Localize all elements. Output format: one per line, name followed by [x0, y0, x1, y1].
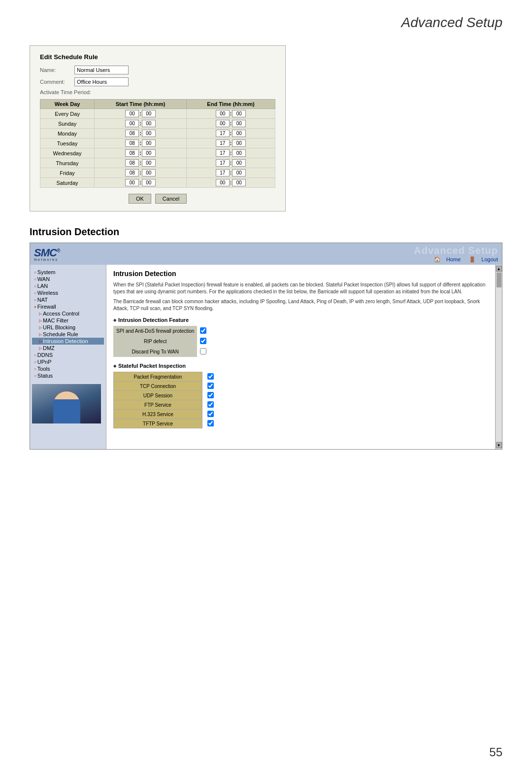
- end-min-input[interactable]: [232, 130, 246, 137]
- end-time-cell[interactable]: :: [187, 139, 275, 148]
- sidebar-item-wireless[interactable]: ○ Wireless: [32, 289, 104, 296]
- spi-checkbox[interactable]: [207, 383, 214, 389]
- start-time-cell[interactable]: :: [95, 119, 187, 129]
- end-hour-input[interactable]: [216, 179, 230, 186]
- start-time-cell[interactable]: :: [95, 109, 187, 119]
- nav-home-link[interactable]: Home: [446, 256, 461, 262]
- sidebar-item-status[interactable]: ○ Status: [32, 372, 104, 379]
- feature-checkbox[interactable]: [200, 338, 206, 344]
- start-hour-input[interactable]: [125, 120, 139, 127]
- nav-logout-link[interactable]: Logout: [481, 256, 498, 262]
- spi-checkbox[interactable]: [207, 373, 214, 380]
- start-hour-input[interactable]: [125, 179, 139, 186]
- start-min-input[interactable]: [142, 140, 156, 147]
- schedule-table: Week Day Start Time (hh:mm) End Time (hh…: [40, 99, 275, 188]
- start-hour-input[interactable]: [125, 149, 139, 157]
- end-time-cell[interactable]: :: [187, 158, 275, 168]
- sidebar-item-system[interactable]: ○ System: [32, 269, 104, 276]
- end-min-input[interactable]: [232, 179, 246, 186]
- sidebar-item-mac-filter[interactable]: ▷ MAC Filter: [32, 317, 104, 324]
- sidebar-item-ddns[interactable]: ○ DDNS: [32, 352, 104, 358]
- start-min-input[interactable]: [142, 179, 156, 186]
- start-hour-input[interactable]: [125, 140, 139, 147]
- end-time-cell[interactable]: :: [187, 119, 275, 129]
- end-time-cell[interactable]: :: [187, 178, 275, 188]
- sidebar-item-schedule-rule[interactable]: ▷ Schedule Rule: [32, 331, 104, 338]
- feature-check[interactable]: [197, 336, 209, 347]
- end-min-input[interactable]: [232, 140, 246, 147]
- sidebar-item-dmz[interactable]: ▷ DMZ: [32, 345, 104, 352]
- feature-check[interactable]: [197, 347, 209, 357]
- start-hour-input[interactable]: [125, 159, 139, 167]
- spi-check[interactable]: [202, 410, 219, 419]
- scroll-down-btn[interactable]: ▼: [496, 442, 502, 448]
- end-time-cell[interactable]: :: [187, 129, 275, 139]
- sidebar-item-tools[interactable]: ○ Tools: [32, 365, 104, 372]
- scroll-thumb[interactable]: [497, 273, 501, 287]
- end-hour-input[interactable]: [216, 169, 230, 176]
- sidebar-item-url-blocking[interactable]: ▷ URL Blocking: [32, 324, 104, 331]
- sidebar-item-intrusion-detection[interactable]: ▷ Intrusion Detection: [32, 338, 104, 345]
- section2-header: ◆ Stateful Packet Inspection: [113, 363, 488, 369]
- end-min-input[interactable]: [232, 159, 246, 167]
- end-hour-input[interactable]: [216, 130, 230, 137]
- spi-check[interactable]: [202, 419, 219, 428]
- spi-label: UDP Session: [114, 391, 202, 400]
- sidebar-item-lan[interactable]: ○ LAN: [32, 282, 104, 289]
- end-hour-input[interactable]: [216, 149, 230, 157]
- sidebar-item-wan[interactable]: ○ WAN: [32, 276, 104, 282]
- end-hour-input[interactable]: [216, 120, 230, 127]
- start-min-input[interactable]: [142, 149, 156, 157]
- spi-checkbox[interactable]: [207, 401, 214, 408]
- end-min-input[interactable]: [232, 110, 246, 117]
- scroll-track[interactable]: [496, 273, 502, 441]
- end-hour-input[interactable]: [216, 140, 230, 147]
- start-time-cell[interactable]: :: [95, 139, 187, 148]
- scrollbar[interactable]: ▲ ▼: [495, 265, 502, 449]
- spi-check[interactable]: [202, 391, 219, 400]
- feature-checkbox[interactable]: [200, 348, 206, 354]
- start-min-input[interactable]: [142, 120, 156, 127]
- cancel-button[interactable]: Cancel: [155, 194, 187, 204]
- start-time-cell[interactable]: :: [95, 158, 187, 168]
- start-min-input[interactable]: [142, 169, 156, 176]
- spi-check[interactable]: [202, 382, 219, 391]
- ok-button[interactable]: OK: [129, 194, 151, 204]
- start-time-cell[interactable]: :: [95, 178, 187, 188]
- feature-check[interactable]: [197, 326, 209, 336]
- scroll-up-btn[interactable]: ▲: [496, 266, 502, 272]
- spi-check[interactable]: [202, 400, 219, 410]
- spi-check[interactable]: [202, 372, 219, 382]
- spi-checkbox[interactable]: [207, 420, 214, 426]
- end-hour-input[interactable]: [216, 159, 230, 167]
- sidebar-item-nat[interactable]: ○ NAT: [32, 296, 104, 303]
- start-time-cell[interactable]: :: [95, 168, 187, 178]
- sidebar-bullet: ○: [34, 291, 36, 295]
- start-hour-input[interactable]: [125, 110, 139, 117]
- end-time-cell[interactable]: :: [187, 168, 275, 178]
- name-input[interactable]: [74, 66, 129, 74]
- end-min-input[interactable]: [232, 120, 246, 127]
- sidebar-item-firewall[interactable]: ● Firewall: [32, 303, 104, 310]
- start-hour-input[interactable]: [125, 130, 139, 137]
- sidebar-label: DDNS: [37, 352, 53, 358]
- sidebar-item-access-control[interactable]: ▷ Access Control: [32, 310, 104, 317]
- comment-input[interactable]: [74, 77, 129, 86]
- spi-checkbox[interactable]: [207, 392, 214, 398]
- start-time-cell[interactable]: :: [95, 129, 187, 139]
- end-time-cell[interactable]: :: [187, 148, 275, 158]
- feature-checkbox[interactable]: [200, 327, 206, 334]
- spi-checkbox[interactable]: [207, 411, 214, 417]
- start-min-input[interactable]: [142, 130, 156, 137]
- sidebar-bullet: ▷: [39, 318, 42, 323]
- end-time-cell[interactable]: :: [187, 109, 275, 119]
- start-hour-input[interactable]: [125, 169, 139, 176]
- sidebar-label: Schedule Rule: [43, 331, 78, 337]
- sidebar-item-upnp[interactable]: ○ UPnP: [32, 358, 104, 365]
- start-time-cell[interactable]: :: [95, 148, 187, 158]
- start-min-input[interactable]: [142, 159, 156, 167]
- start-min-input[interactable]: [142, 110, 156, 117]
- end-min-input[interactable]: [232, 169, 246, 176]
- end-min-input[interactable]: [232, 149, 246, 157]
- end-hour-input[interactable]: [216, 110, 230, 117]
